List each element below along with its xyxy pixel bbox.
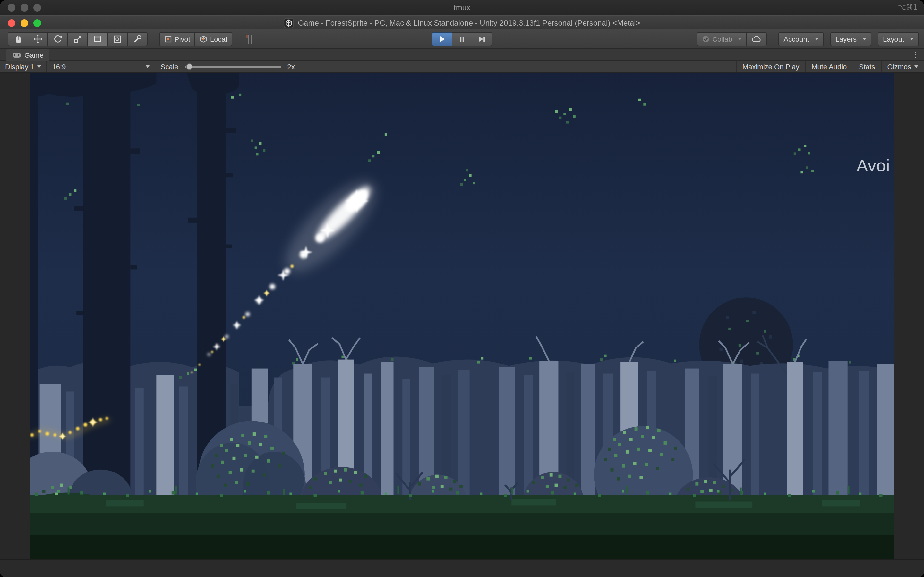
stats-button[interactable]: Stats: [853, 61, 881, 73]
local-label: Local: [210, 35, 227, 43]
chevron-down-icon: [863, 38, 866, 40]
game-view-pane: Avoi: [0, 73, 924, 559]
chevron-down-icon: [910, 38, 914, 40]
gizmos-label: Gizmos: [887, 63, 911, 71]
chevron-down-icon: [738, 38, 742, 40]
chevron-down-icon: [37, 65, 41, 68]
step-icon: [478, 35, 486, 43]
rect-tool-button[interactable]: [87, 32, 108, 46]
collab-dropdown[interactable]: Collab: [697, 32, 747, 46]
cloud-button[interactable]: [746, 32, 767, 46]
screen: tmux ⌥⌘1 Game - ForestSprite - PC, Mac &…: [0, 0, 924, 577]
pivot-label: Pivot: [174, 35, 190, 43]
chevron-down-icon: [914, 65, 918, 68]
pause-icon: [458, 35, 466, 43]
mute-audio-label: Mute Audio: [811, 63, 846, 71]
cloud-icon: [751, 35, 762, 44]
hand-tool-icon: [13, 34, 23, 44]
tab-game[interactable]: Game: [6, 49, 49, 61]
move-tool-button[interactable]: [27, 32, 48, 46]
maximize-on-play-label: Maximize On Play: [742, 63, 799, 71]
scale-slider-thumb[interactable]: [186, 63, 192, 69]
play-icon: [438, 35, 446, 43]
game-view-toolbar: Display 1 16:9 Scale 2x Maximize On Play…: [0, 61, 924, 73]
host-titlebar: tmux ⌥⌘1: [0, 0, 924, 16]
hand-tool-button[interactable]: [8, 32, 28, 46]
unity-titlebar: Game - ForestSprite - PC, Mac & Linux St…: [0, 15, 924, 29]
rect-tool-icon: [92, 34, 103, 44]
pivot-icon: [164, 35, 172, 43]
layout-label: Layout: [883, 35, 904, 43]
playback-controls: [432, 32, 492, 46]
ground: [29, 495, 895, 559]
move-tool-icon: [33, 34, 43, 44]
grid-snap-icon: [245, 34, 255, 44]
window-bottom-strip: [0, 559, 924, 577]
scale-slider[interactable]: [185, 66, 281, 68]
grid-snap-button[interactable]: [245, 34, 255, 44]
main-toolbar: Pivot Local: [0, 29, 924, 49]
mute-audio-button[interactable]: Mute Audio: [805, 61, 853, 73]
scale-value: 2x: [288, 63, 295, 71]
tab-game-label: Game: [24, 51, 44, 59]
display-dropdown-label: Display 1: [5, 63, 34, 71]
local-toggle-button[interactable]: Local: [195, 32, 232, 46]
scale-label: Scale: [161, 63, 178, 71]
game-render: [29, 73, 895, 559]
rotate-tool-button[interactable]: [47, 32, 68, 46]
custom-tool-button[interactable]: [127, 32, 148, 46]
layout-dropdown[interactable]: Layout: [878, 32, 919, 46]
unity-app-icon: [284, 18, 294, 28]
rotate-tool-icon: [53, 34, 63, 44]
window-title: Game - ForestSprite - PC, Mac & Linux St…: [298, 19, 640, 27]
account-label: Account: [783, 35, 809, 43]
display-dropdown[interactable]: Display 1: [0, 61, 47, 73]
gizmos-dropdown[interactable]: Gizmos: [881, 61, 924, 73]
layers-dropdown[interactable]: Layers: [830, 32, 871, 46]
chevron-down-icon: [815, 38, 819, 40]
pivot-toggle-button[interactable]: Pivot: [159, 32, 195, 46]
game-viewport[interactable]: Avoi: [29, 73, 895, 559]
host-shortcut-hint: ⌥⌘1: [898, 0, 918, 15]
scale-tool-button[interactable]: [67, 32, 88, 46]
collab-label: Collab: [712, 35, 732, 43]
play-button[interactable]: [432, 32, 452, 46]
maximize-on-play-button[interactable]: Maximize On Play: [736, 61, 805, 73]
host-window-title: tmux: [0, 0, 924, 15]
stats-label: Stats: [859, 63, 875, 71]
aspect-ratio-label: 16:9: [52, 63, 66, 71]
step-button[interactable]: [472, 32, 492, 46]
chevron-down-icon: [146, 65, 150, 68]
transform-tool-button[interactable]: [107, 32, 128, 46]
gamepad-icon: [12, 52, 21, 58]
custom-tool-icon: [132, 34, 142, 44]
transform-tool-icon: [112, 34, 123, 44]
scale-tool-icon: [73, 34, 83, 44]
account-dropdown[interactable]: Account: [779, 32, 824, 46]
game-overlay-text: Avoi: [857, 156, 890, 176]
collab-check-icon: [702, 35, 710, 43]
scale-control: Scale 2x: [156, 61, 300, 73]
pane-menu-icon[interactable]: ⋮: [912, 50, 919, 60]
game-tab-bar: Game ⋮: [0, 49, 924, 61]
aspect-ratio-dropdown[interactable]: 16:9: [47, 61, 156, 73]
layers-label: Layers: [835, 35, 857, 43]
local-icon: [200, 35, 208, 43]
pause-button[interactable]: [452, 32, 472, 46]
